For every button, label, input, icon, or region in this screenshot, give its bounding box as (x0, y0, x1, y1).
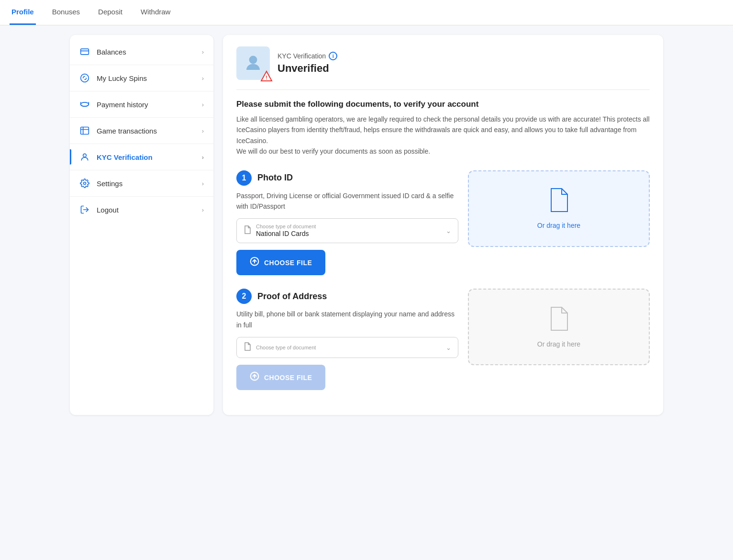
sidebar-label-game-transactions: Game transactions (97, 127, 157, 135)
sidebar-label-lucky-spins: My Lucky Spins (97, 74, 147, 82)
drop-zone-2[interactable]: Or drag it here (468, 289, 650, 365)
chevron-down-icon-2: ⌄ (446, 344, 451, 351)
document-icon (244, 225, 251, 236)
choose-file-button-2[interactable]: CHOOSE FILE (236, 365, 325, 390)
section-desc: Like all licensed gambling operators, we… (236, 114, 650, 157)
document-icon-2 (244, 342, 251, 353)
nav-withdraw[interactable]: Withdraw (139, 0, 173, 25)
sidebar-item-payment-history[interactable]: Payment history › (70, 91, 213, 118)
sidebar-item-game-transactions[interactable]: Game transactions › (70, 118, 213, 144)
svg-point-2 (81, 74, 89, 82)
svg-point-10 (249, 56, 257, 64)
info-icon[interactable]: i (329, 52, 337, 60)
kyc-header: ! KYC Verification i Unverified (236, 46, 650, 90)
chevron-right-icon: › (202, 154, 204, 161)
drop-zone-1[interactable]: Or drag it here (468, 170, 650, 247)
choose-file-label-2: CHOOSE FILE (264, 374, 312, 381)
kyc-icon (79, 152, 90, 162)
doc-title-2: Proof of Address (257, 291, 327, 302)
top-navigation: Profile Bonuses Deposit Withdraw (0, 0, 733, 25)
svg-rect-4 (81, 127, 89, 134)
doc-desc-2: Utility bill, phone bill or bank stateme… (236, 309, 458, 330)
choose-file-label-1: CHOOSE FILE (264, 259, 312, 267)
sidebar-item-settings[interactable]: Settings › (70, 170, 213, 197)
nav-profile[interactable]: Profile (10, 0, 36, 25)
doc-type-select-2[interactable]: Choose type of document ⌄ (236, 337, 458, 358)
svg-text:!: ! (266, 75, 267, 80)
doc-number-2: 2 (236, 289, 252, 304)
doc-number-1: 1 (236, 170, 252, 186)
sidebar-item-balances[interactable]: Balances › (70, 39, 213, 65)
doc-select-placeholder-2: Choose type of document (256, 345, 441, 350)
doc-select-value-1: National ID Cards (256, 230, 309, 237)
payment-icon (79, 99, 90, 110)
sidebar: Balances › My Lucky Spins › Payment hist… (70, 35, 213, 415)
sidebar-label-logout: Logout (97, 206, 119, 214)
chevron-right-icon: › (202, 206, 204, 213)
svg-point-8 (84, 182, 86, 185)
upload-icon-1 (250, 257, 259, 269)
svg-rect-0 (81, 49, 89, 55)
wallet-icon (79, 46, 90, 57)
chevron-right-icon: › (202, 75, 204, 82)
nav-bonuses[interactable]: Bonuses (50, 0, 82, 25)
sidebar-label-settings: Settings (97, 179, 122, 188)
section-title: Please submit the following documents, t… (236, 100, 650, 109)
sidebar-label-payment-history: Payment history (97, 101, 148, 109)
kyc-label-text: KYC Verification (278, 52, 326, 60)
warning-badge-icon: ! (260, 70, 273, 83)
drop-zone-file-icon-1 (548, 188, 569, 217)
doc-select-label-1: Choose type of document (256, 224, 441, 229)
settings-icon (79, 178, 90, 189)
doc-title-1: Photo ID (257, 173, 293, 183)
sidebar-item-logout[interactable]: Logout › (70, 197, 213, 223)
svg-point-7 (83, 154, 87, 157)
kyc-avatar: ! (236, 46, 270, 80)
chevron-right-icon: › (202, 127, 204, 134)
drop-zone-label-1: Or drag it here (537, 222, 580, 229)
kyc-status: Unverified (278, 62, 650, 75)
doc-section-photo-id: 1 Photo ID Passport, Driving License or … (236, 170, 650, 276)
sidebar-item-lucky-spins[interactable]: My Lucky Spins › (70, 65, 213, 91)
chevron-down-icon: ⌄ (446, 227, 451, 235)
sidebar-label-balances: Balances (97, 48, 126, 56)
drop-zone-file-icon-2 (548, 306, 569, 336)
choose-file-button-1[interactable]: CHOOSE FILE (236, 250, 325, 275)
game-icon (79, 125, 90, 136)
spin-icon (79, 73, 90, 83)
page-layout: Balances › My Lucky Spins › Payment hist… (60, 25, 673, 425)
chevron-right-icon: › (202, 101, 204, 108)
nav-deposit[interactable]: Deposit (96, 0, 124, 25)
chevron-right-icon: › (202, 180, 204, 187)
upload-icon-2 (250, 371, 259, 383)
sidebar-label-kyc: KYC Verification (97, 153, 153, 161)
main-content: ! KYC Verification i Unverified Please s… (223, 35, 663, 415)
doc-desc-1: Passport, Driving License or official Go… (236, 190, 458, 212)
sidebar-item-kyc[interactable]: KYC Verification › (70, 144, 213, 170)
drop-zone-label-2: Or drag it here (537, 340, 580, 348)
logout-icon (79, 204, 90, 215)
doc-type-select-1[interactable]: Choose type of document National ID Card… (236, 218, 458, 243)
doc-section-proof-of-address: 2 Proof of Address Utility bill, phone b… (236, 289, 650, 390)
chevron-right-icon: › (202, 48, 204, 56)
